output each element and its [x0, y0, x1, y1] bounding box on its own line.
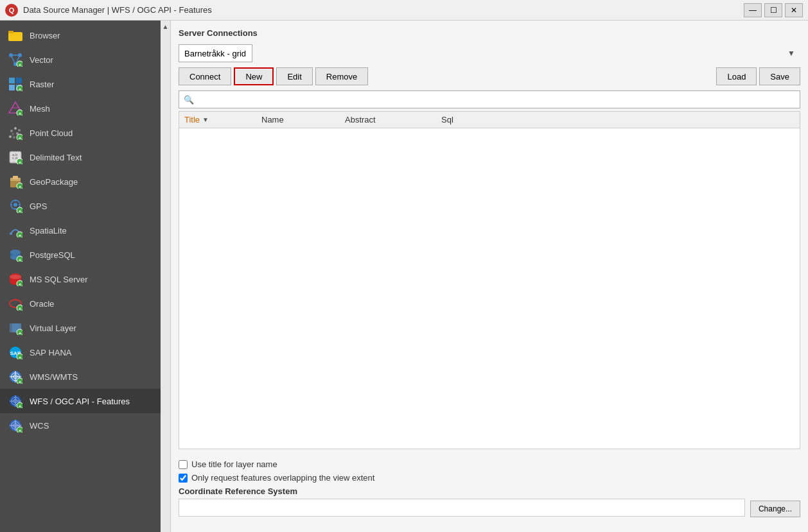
- svg-line-7: [11, 55, 15, 64]
- bottom-options: Use title for layer name Only request fe…: [179, 454, 800, 524]
- sidebar-item-geopackage[interactable]: + GeoPackage: [0, 169, 161, 194]
- search-icon: 🔍: [184, 95, 194, 105]
- svg-point-22: [10, 130, 13, 132]
- col-header-sql[interactable]: Sql: [436, 112, 800, 128]
- sidebar-item-delimitedtext[interactable]: a,bc,d...+ Delimited Text: [0, 145, 161, 169]
- sidebar-label-wcs: WCS: [30, 421, 49, 431]
- sidebar-label-wfsogcapi: WFS / OGC API - Features: [30, 397, 130, 406]
- sidebar-label-mssqlserver: MS SQL Server: [30, 275, 88, 284]
- sidebar-item-oracle[interactable]: + Oracle: [0, 291, 161, 316]
- svg-text:+: +: [19, 428, 22, 433]
- sidebar-item-mssqlserver[interactable]: + MS SQL Server: [0, 267, 161, 291]
- mssql-icon: +: [8, 271, 23, 287]
- sidebar-item-spatialite[interactable]: + SpatiaLite: [0, 218, 161, 243]
- spatialite-icon: +: [8, 223, 23, 238]
- svg-rect-11: [16, 78, 22, 83]
- svg-rect-0: [8, 32, 22, 41]
- svg-text:+: +: [19, 330, 22, 335]
- svg-rect-12: [9, 85, 15, 90]
- connection-dropdown-wrapper: Barnetråkk - grid ▼: [179, 44, 800, 62]
- sidebar-item-pointcloud[interactable]: + Point Cloud: [0, 121, 161, 145]
- col-header-title[interactable]: Title ▼: [179, 112, 256, 128]
- svg-rect-1: [8, 31, 13, 33]
- sidebar-item-browser[interactable]: Browser: [0, 23, 161, 47]
- sidebar-item-wmswmts[interactable]: + WMS/WMTS: [0, 365, 161, 389]
- connection-dropdown[interactable]: Barnetråkk - grid: [179, 44, 252, 62]
- svg-text:+: +: [19, 184, 22, 189]
- maximize-button[interactable]: ☐: [764, 3, 782, 17]
- sidebar-item-saphana[interactable]: SAP+ SAP HANA: [0, 340, 161, 365]
- sidebar-label-postgresql: PostgreSQL: [30, 250, 75, 260]
- sidebar-label-virtuallayer: Virtual Layer: [30, 323, 76, 333]
- change-crs-button[interactable]: Change...: [750, 501, 800, 517]
- sidebar-item-postgresql[interactable]: + PostgreSQL: [0, 243, 161, 267]
- action-buttons-row: Connect New Edit Remove Load Save: [179, 67, 800, 85]
- sidebar-item-wfsogcapi[interactable]: + WFS / OGC API - Features: [0, 389, 161, 413]
- save-button[interactable]: Save: [759, 67, 800, 85]
- svg-point-23: [14, 127, 17, 130]
- wmswmts-icon: +: [8, 369, 23, 384]
- connect-button[interactable]: Connect: [179, 67, 231, 85]
- sidebar-item-raster[interactable]: + Raster: [0, 72, 161, 96]
- sidebar-item-vector[interactable]: + Vector: [0, 47, 161, 72]
- title-bar-left: Q Data Source Manager | WFS / OGC API - …: [5, 4, 212, 17]
- folder-icon: [8, 28, 23, 43]
- edit-button[interactable]: Edit: [276, 67, 312, 85]
- crs-section: Coordinate Reference System Change...: [179, 486, 800, 519]
- sidebar-label-mesh: Mesh: [30, 104, 50, 114]
- use-title-row: Use title for layer name: [179, 459, 800, 469]
- sidebar-label-raster: Raster: [30, 80, 54, 89]
- svg-text:+: +: [19, 379, 22, 384]
- server-connection-row: Barnetråkk - grid ▼: [179, 44, 800, 62]
- window-title: Data Source Manager | WFS / OGC API - Fe…: [23, 5, 212, 15]
- search-input[interactable]: [179, 90, 800, 108]
- mesh-icon: +: [8, 101, 23, 116]
- sidebar-label-geopackage: GeoPackage: [30, 177, 78, 187]
- load-button[interactable]: Load: [716, 67, 757, 85]
- svg-point-51: [10, 232, 12, 235]
- sidebar-label-delimitedtext: Delimited Text: [30, 153, 82, 162]
- app-icon: Q: [5, 4, 18, 17]
- sidebar-label-spatialite: SpatiaLite: [30, 226, 67, 236]
- sidebar-item-mesh[interactable]: + Mesh: [0, 96, 161, 121]
- sidebar-item-gps[interactable]: + GPS: [0, 194, 161, 218]
- search-row: 🔍: [179, 90, 800, 108]
- svg-point-27: [13, 136, 15, 139]
- svg-text:+: +: [19, 111, 22, 116]
- svg-point-58: [10, 250, 21, 255]
- sidebar-item-virtuallayer[interactable]: + Virtual Layer: [0, 316, 161, 340]
- main-container: Browser + Vector + Raster + Mesh +: [0, 21, 808, 532]
- only-request-checkbox[interactable]: [179, 474, 188, 483]
- svg-text:+: +: [19, 306, 22, 311]
- col-header-name[interactable]: Name: [256, 112, 340, 128]
- sidebar-label-gps: GPS: [30, 202, 47, 211]
- sidebar-item-wcs[interactable]: + WCS: [0, 413, 161, 438]
- raster-icon: +: [8, 76, 23, 92]
- sidebar-label-wmswmts: WMS/WMTS: [30, 372, 78, 382]
- right-panel: Server Connections Barnetråkk - grid ▼ C…: [171, 21, 808, 532]
- svg-text:+: +: [19, 209, 22, 213]
- scroll-up-arrow[interactable]: ▲: [161, 22, 170, 31]
- button-spacer: [371, 67, 714, 85]
- sidebar-label-vector: Vector: [30, 55, 53, 65]
- svg-text:+: +: [19, 87, 22, 91]
- vertical-scrollbar[interactable]: ▲: [161, 21, 171, 532]
- svg-point-29: [9, 135, 12, 138]
- sidebar-label-oracle: Oracle: [30, 299, 54, 309]
- svg-point-44: [13, 203, 17, 207]
- minimize-button[interactable]: —: [744, 3, 762, 17]
- geopackage-icon: +: [8, 174, 23, 189]
- close-button[interactable]: ✕: [785, 3, 803, 17]
- saphana-icon: SAP+: [8, 345, 23, 360]
- only-request-label: Only request features overlapping the vi…: [191, 473, 374, 483]
- use-title-checkbox[interactable]: [179, 460, 188, 469]
- dropdown-arrow-icon: ▼: [787, 49, 795, 58]
- oracle-icon: +: [8, 296, 23, 311]
- svg-rect-40: [13, 176, 18, 179]
- use-title-label: Use title for layer name: [191, 459, 277, 469]
- new-button[interactable]: New: [234, 67, 274, 85]
- col-header-abstract[interactable]: Abstract: [340, 112, 436, 128]
- svg-text:+: +: [19, 282, 22, 286]
- vector-icon: +: [8, 52, 23, 67]
- remove-button[interactable]: Remove: [315, 67, 368, 85]
